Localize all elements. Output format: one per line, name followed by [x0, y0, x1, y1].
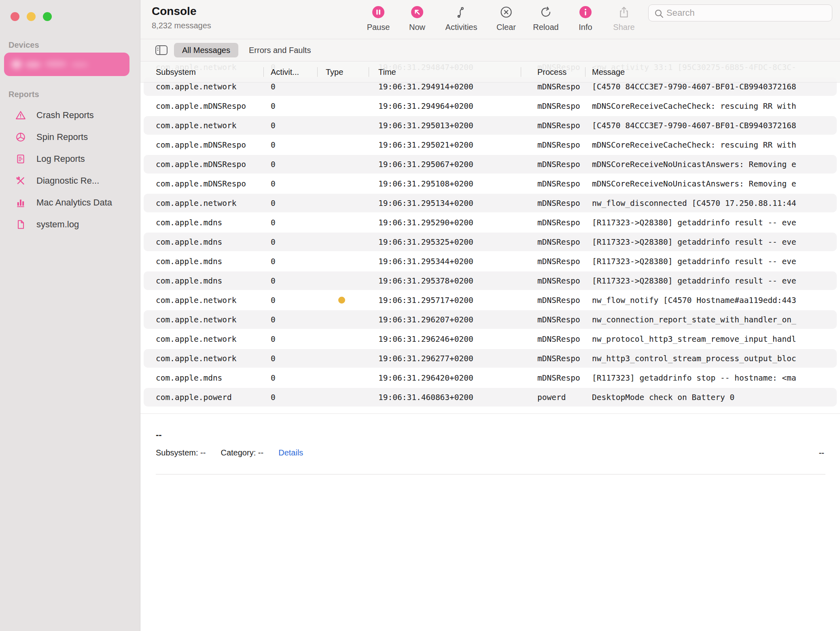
table-row[interactable]: com.apple.mdns019:06:31.295290+0200mDNSR…	[140, 213, 840, 232]
cell-time: 19:06:31.295325+0200	[378, 237, 484, 247]
tab-errors-and-faults[interactable]: Errors and Faults	[249, 43, 311, 57]
table-row[interactable]: com.apple.mDNSRespo019:06:31.295108+0200…	[140, 174, 840, 193]
cell-subsystem: com.apple.mDNSRespo	[156, 179, 246, 188]
cell-activity: 0	[271, 335, 295, 344]
detail-right-value: --	[819, 448, 824, 457]
route-icon	[454, 6, 468, 19]
column-header-type[interactable]: Type	[326, 67, 343, 76]
table-row[interactable]: com.apple.network019:06:31.295717+0200mD…	[140, 290, 840, 310]
cell-subsystem: com.apple.mDNSRespo	[156, 102, 246, 111]
cell-subsystem: com.apple.network	[156, 121, 246, 130]
traffic-light-close-button[interactable]	[11, 12, 19, 21]
pinwheel-icon	[15, 132, 26, 142]
type-dot-yellow	[338, 297, 345, 304]
cell-activity: 0	[271, 121, 295, 130]
log-table: com.apple.network019:06:31.294847+0200mD…	[140, 61, 840, 413]
cell-time: 19:06:31.295108+0200	[378, 179, 484, 188]
table-row[interactable]: com.apple.mDNSRespo019:06:31.295067+0200…	[140, 155, 840, 174]
sidebar-item-crash-reports[interactable]: Crash Reports	[0, 104, 140, 126]
cell-subsystem: com.apple.network	[156, 296, 246, 305]
cell-time: 19:06:31.296246+0200	[378, 335, 484, 344]
cell-activity: 0	[271, 199, 295, 208]
activities-button[interactable]: Activities	[439, 6, 484, 32]
table-row[interactable]: com.apple.mdns019:06:31.295378+0200mDNSR…	[140, 271, 840, 290]
sidebar-item-device-selected[interactable]	[4, 53, 129, 76]
cell-time: 19:06:31.460863+0200	[378, 393, 484, 402]
table-row[interactable]: com.apple.mdns019:06:31.295344+0200mDNSR…	[140, 252, 840, 271]
share-button[interactable]: Share	[602, 6, 646, 32]
cell-activity: 0	[271, 296, 295, 305]
column-header-message[interactable]: Message	[592, 67, 625, 76]
cell-message: [R117323->Q28380] getaddrinfo result -- …	[592, 237, 840, 247]
clear-circle-icon	[499, 6, 513, 19]
column-header-time[interactable]: Time	[378, 67, 396, 76]
cell-time: 19:06:31.296207+0200	[378, 315, 484, 324]
tools-icon	[15, 176, 26, 186]
cell-subsystem: com.apple.mDNSRespo	[156, 160, 246, 169]
tab-all-messages[interactable]: All Messages	[174, 43, 238, 57]
column-header-process[interactable]: Process	[537, 67, 566, 76]
cell-time: 19:06:31.295067+0200	[378, 160, 484, 169]
cell-process: mDNSRespo	[537, 335, 581, 344]
table-row[interactable]: com.apple.mDNSRespo019:06:31.294964+0200…	[140, 96, 840, 116]
sidebar: Devices Reports Crash Reports Spin Repor…	[0, 0, 140, 631]
clear-button[interactable]: Clear	[484, 6, 528, 32]
tab-bar: All Messages Errors and Faults	[140, 39, 840, 61]
cell-process: mDNSRespo	[537, 296, 581, 305]
cell-activity: 0	[271, 373, 295, 383]
info-button[interactable]: Info	[563, 6, 608, 32]
cell-activity: 0	[271, 354, 295, 363]
table-row[interactable]: com.apple.mdns019:06:31.296420+0200mDNSR…	[140, 368, 840, 387]
sidebar-item-system-log[interactable]: system.log	[0, 214, 140, 235]
sidebar-item-diagnostic-reports[interactable]: Diagnostic Re...	[0, 170, 140, 192]
cell-message: [C4570 84CCC3E7-9790-4607-BF01-CB9940372…	[592, 121, 840, 130]
search-input[interactable]	[666, 5, 826, 21]
cell-time: 19:06:31.295290+0200	[378, 218, 484, 227]
toolbar: Console 8,232 messages Pause Now	[140, 0, 840, 39]
cell-message: [R117323->Q28380] getaddrinfo result -- …	[592, 276, 840, 286]
now-button[interactable]: Now	[395, 6, 439, 32]
table-row[interactable]: com.apple.network019:06:31.296277+0200mD…	[140, 349, 840, 368]
table-row[interactable]: com.apple.network019:06:31.296207+0200mD…	[140, 310, 840, 329]
warning-triangle-icon	[15, 110, 26, 121]
cell-message: mDNSCoreReceiveNoUnicastAnswers: Removin…	[592, 160, 840, 169]
cell-subsystem: com.apple.network	[156, 199, 246, 208]
detail-category-label: Category:	[221, 448, 256, 457]
cell-process: mDNSRespo	[537, 82, 581, 91]
cell-message: nw_protocol_http3_stream_remove_input_ha…	[592, 335, 840, 344]
pause-button[interactable]: Pause	[356, 6, 401, 32]
cell-process: mDNSRespo	[537, 257, 581, 266]
reload-button[interactable]: Reload	[524, 6, 568, 32]
table-row[interactable]: com.apple.network019:06:31.296246+0200mD…	[140, 329, 840, 349]
cell-message: nw_http3_control_stream_process_output_b…	[592, 354, 840, 363]
cell-message: [R117323] getaddrinfo stop -- hostname: …	[592, 373, 840, 383]
cell-message: mDNSCoreReceiveCacheCheck: rescuing RR w…	[592, 140, 840, 150]
cell-message: nw_flow_disconnected [C4570 17.250.88.11…	[592, 199, 840, 208]
table-row[interactable]: com.apple.network019:06:31.295013+0200mD…	[140, 116, 840, 135]
table-row[interactable]: com.apple.network019:06:31.295134+0200mD…	[140, 193, 840, 213]
column-header-activity[interactable]: Activit...	[271, 67, 299, 76]
table-row[interactable]: com.apple.mdns019:06:31.295325+0200mDNSR…	[140, 232, 840, 252]
sidebar-item-spin-reports[interactable]: Spin Reports	[0, 126, 140, 148]
column-header-subsystem[interactable]: Subsystem	[156, 67, 196, 76]
table-row[interactable]: com.apple.mDNSRespo019:06:31.295021+0200…	[140, 135, 840, 155]
cell-process: mDNSRespo	[537, 199, 581, 208]
cell-subsystem: com.apple.mdns	[156, 373, 246, 383]
sidebar-item-log-reports[interactable]: Log Reports	[0, 148, 140, 170]
cell-subsystem: com.apple.network	[156, 335, 246, 344]
details-link[interactable]: Details	[278, 448, 303, 457]
cell-process: mDNSRespo	[537, 140, 581, 150]
cell-process: mDNSRespo	[537, 354, 581, 363]
cell-activity: 0	[271, 237, 295, 247]
message-count: 8,232 messages	[152, 21, 211, 30]
cell-activity: 0	[271, 393, 295, 402]
cell-time: 19:06:31.294964+0200	[378, 102, 484, 111]
traffic-light-minimize-button[interactable]	[27, 12, 36, 21]
cell-activity: 0	[271, 315, 295, 324]
traffic-light-zoom-button[interactable]	[43, 12, 52, 21]
search-field[interactable]	[648, 4, 832, 21]
sidebar-item-mac-analytics-data[interactable]: Mac Analytics Data	[0, 192, 140, 214]
table-row[interactable]: com.apple.powerd019:06:31.460863+0200pow…	[140, 387, 840, 407]
sidebar-toggle-icon[interactable]	[155, 44, 168, 56]
cell-message: [R117323->Q28380] getaddrinfo result -- …	[592, 218, 840, 227]
